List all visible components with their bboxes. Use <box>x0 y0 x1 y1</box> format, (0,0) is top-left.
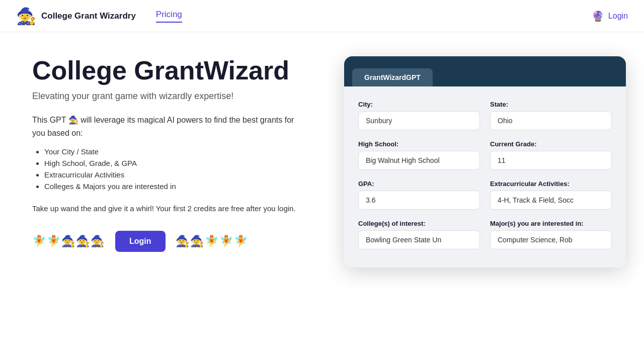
current-grade-field: Current Grade: <box>490 140 612 170</box>
majors-input[interactable] <box>490 230 612 249</box>
colleges-input[interactable] <box>358 230 480 249</box>
majors-label: Major(s) you are interested in: <box>490 220 612 227</box>
pricing-link[interactable]: Pricing <box>156 10 182 23</box>
city-field: City: <box>358 101 480 130</box>
gpa-label: GPA: <box>358 180 480 188</box>
feature-item: Your City / State <box>44 147 304 156</box>
state-input[interactable] <box>490 111 612 130</box>
colleges-label: College(s) of interest: <box>358 220 480 227</box>
city-input[interactable] <box>358 111 480 130</box>
feature-item: High School, Grade, & GPA <box>44 159 304 167</box>
current-grade-label: Current Grade: <box>490 140 612 148</box>
left-panel: College GrantWizard Elevating your grant… <box>32 56 304 252</box>
brand: 🧙 College Grant Wizardry <box>16 7 136 26</box>
card-header: GrantWizardGPT <box>344 56 626 86</box>
feature-list: Your City / State High School, Grade, & … <box>32 147 304 191</box>
extracurricular-label: Extracurricular Activities: <box>490 180 612 188</box>
feature-item: Colleges & Majors you are interested in <box>44 182 304 191</box>
gpa-input[interactable] <box>358 191 480 210</box>
login-label: Login <box>608 12 628 21</box>
state-field: State: <box>490 101 612 130</box>
gpa-field: GPA: <box>358 180 480 210</box>
hero-subtitle: Elevating your grant game with wizardly … <box>32 91 304 102</box>
emoji-right: 🧙🧙🧚🧚🧚 <box>176 235 249 248</box>
login-icon: 🔮 <box>592 10 604 22</box>
majors-field: Major(s) you are interested in: <box>490 220 612 249</box>
high-school-input[interactable] <box>358 151 480 170</box>
right-panel: GrantWizardGPT City: State: High School: <box>344 56 626 267</box>
extracurricular-field: Extracurricular Activities: <box>490 180 612 210</box>
brand-name: College Grant Wizardry <box>41 11 136 21</box>
emoji-left: 🧚🧚🧙🧙🧙 <box>32 235 105 248</box>
high-school-label: High School: <box>358 140 480 148</box>
card-tab: GrantWizardGPT <box>352 68 433 86</box>
extracurricular-input[interactable] <box>490 191 612 210</box>
city-label: City: <box>358 101 480 108</box>
high-school-field: High School: <box>358 140 480 170</box>
colleges-field: College(s) of interest: <box>358 220 480 249</box>
login-link[interactable]: 🔮 Login <box>592 10 628 22</box>
navbar: 🧙 College Grant Wizardry Pricing 🔮 Login <box>0 0 644 32</box>
state-label: State: <box>490 101 612 108</box>
form-grid: City: State: High School: Current Grade: <box>358 101 612 249</box>
app-card: GrantWizardGPT City: State: High School: <box>344 56 626 267</box>
card-body: City: State: High School: Current Grade: <box>344 86 626 259</box>
current-grade-input[interactable] <box>490 151 612 170</box>
login-button[interactable]: Login <box>115 231 166 252</box>
main-content: College GrantWizard Elevating your grant… <box>0 32 644 362</box>
hero-title: College GrantWizard <box>32 56 304 85</box>
hero-description: This GPT 🧙 will leverage its magical AI … <box>32 114 304 139</box>
cta-row: 🧚🧚🧙🧙🧙 Login 🧙🧙🧚🧚🧚 <box>32 231 304 252</box>
logo-icon: 🧙 <box>16 7 36 26</box>
cta-text: Take up wand the and give it a whirl! Yo… <box>32 203 304 215</box>
feature-item: Extracurricular Activities <box>44 170 304 179</box>
card-footer <box>344 259 626 267</box>
